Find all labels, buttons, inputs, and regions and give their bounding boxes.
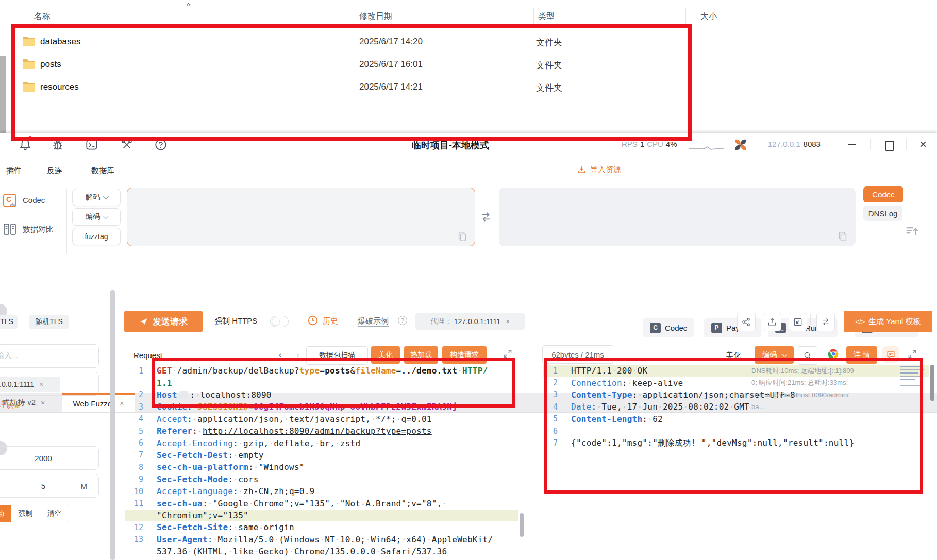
- share-button[interactable]: [737, 313, 756, 331]
- segment-clear[interactable]: 清空: [40, 505, 69, 522]
- proxy-input[interactable]: 127.0.0.1:1111 ×: [0, 372, 99, 396]
- swap-icon: [821, 317, 831, 327]
- response-timing-overlay: DNS耗时:10ms; 远端地址:[::1]:8090; 响应时间:21ms; …: [751, 365, 906, 413]
- response-search-button[interactable]: [798, 346, 817, 365]
- folder-icon: [23, 81, 36, 94]
- fuzztag-button[interactable]: fuzztag: [72, 228, 121, 245]
- blast-help-icon[interactable]: ?: [398, 316, 407, 325]
- column-header-name[interactable]: 名称: [34, 11, 51, 22]
- build-request-button[interactable]: 构造请求: [442, 346, 487, 364]
- segment-auto[interactable]: 自动: [0, 505, 11, 522]
- codec-shortcut-icon: C </>: [3, 194, 16, 207]
- file-row[interactable]: posts 2025/6/17 16:01 文件夹: [0, 56, 937, 74]
- host-value: 127.0.0.1: [768, 140, 800, 148]
- response-editor[interactable]: 1HTTP/1.1·200·OK2Connection:·keep-alive3…: [542, 365, 937, 560]
- codec-mode-button[interactable]: Codec: [863, 186, 903, 202]
- segment-force[interactable]: 强制: [11, 505, 40, 522]
- response-scrollbar[interactable]: [930, 365, 934, 401]
- copy-icon[interactable]: [837, 231, 848, 244]
- encode-button[interactable]: 编码: [72, 208, 121, 226]
- hot-reload-button[interactable]: 热加载: [404, 346, 438, 364]
- file-type: 文件夹: [536, 59, 562, 71]
- copy-icon[interactable]: [457, 231, 468, 244]
- swap-io-icon[interactable]: [479, 210, 493, 226]
- close-icon[interactable]: ×: [506, 317, 510, 326]
- proxy-auth-link[interactable]: 配置代理认证: [0, 400, 22, 410]
- bug-icon[interactable]: [51, 138, 64, 154]
- chevron-down-icon: [103, 194, 109, 199]
- close-icon[interactable]: ×: [39, 380, 43, 388]
- segment-force-label: 强制: [19, 509, 33, 518]
- packet-scan-button[interactable]: 数据包扫描: [306, 346, 368, 365]
- nav-back-icon[interactable]: ‹: [279, 350, 282, 360]
- codec-input-area[interactable]: [127, 188, 475, 246]
- size-limit-input[interactable]: 5 M: [0, 474, 99, 498]
- response-line: 4Date:·Tue,·17·Jun·2025·08:02:02·GMT: [542, 401, 749, 413]
- history-clock-icon[interactable]: [307, 315, 319, 328]
- history-link[interactable]: 历史: [323, 316, 338, 326]
- search-icon: [803, 351, 812, 360]
- host-input[interactable]: 输入...: [0, 344, 99, 368]
- sidebar-scrollbar[interactable]: [110, 290, 115, 560]
- blast-example-link[interactable]: 爆破示例: [358, 316, 389, 327]
- file-name: databases: [40, 37, 80, 47]
- file-row[interactable]: databases 2025/6/17 14:20 文件夹: [0, 33, 937, 52]
- title-bar: 临时项目-本地模式 RPS 1 CPU 4% 127.0.0.1 8083: [0, 133, 937, 157]
- menu-item-plugins[interactable]: 插件: [6, 166, 22, 176]
- response-fullscreen-icon[interactable]: [907, 349, 917, 361]
- maximize-button[interactable]: [885, 141, 894, 151]
- response-beautify-button[interactable]: 美化: [726, 351, 741, 361]
- import-resource-button[interactable]: 导入资源: [577, 165, 621, 175]
- request-editor[interactable]: 1GET·/admin/backup/delBackup?type=posts&…: [124, 365, 526, 560]
- response-detail-label: 详 情: [854, 350, 870, 360]
- random-tls-button[interactable]: 随机TLS: [29, 315, 69, 329]
- gm-tls-button[interactable]: 国密TLS: [0, 315, 18, 329]
- comment-button[interactable]: [882, 346, 899, 363]
- column-header-type[interactable]: 类型: [538, 11, 555, 22]
- decode-button[interactable]: 解码: [72, 189, 121, 206]
- request-line: 1.1: [124, 377, 172, 388]
- terminal-icon[interactable]: [85, 138, 98, 154]
- tools-icon[interactable]: [120, 138, 133, 154]
- request-scrollbar[interactable]: [520, 513, 524, 537]
- file-row[interactable]: resources 2025/6/17 14:21 文件夹: [0, 78, 937, 97]
- minimize-button[interactable]: [848, 144, 856, 145]
- file-type: 文件夹: [536, 82, 562, 94]
- close-button[interactable]: ×: [919, 137, 927, 151]
- column-header-date[interactable]: 修改日期: [359, 11, 392, 22]
- import-button[interactable]: [789, 313, 807, 331]
- response-encode-button[interactable]: 编码: [755, 346, 794, 364]
- response-line: 7{"code":1,"msg":"删除成功! ","devMsg":null,…: [542, 437, 854, 449]
- beautify-button[interactable]: 美化: [371, 346, 400, 364]
- generate-yaml-button[interactable]: </> 生成 Yaml 模板: [844, 311, 932, 332]
- menu-item-database[interactable]: 数据库: [91, 166, 114, 176]
- column-header-size[interactable]: 大小: [700, 11, 717, 22]
- proxy-tag[interactable]: 127.0.0.1:1111 ×: [0, 377, 60, 392]
- notification-bell-icon[interactable]: [19, 138, 32, 154]
- request-panel-title: Request: [133, 351, 162, 360]
- response-detail-button[interactable]: 详 情: [846, 346, 877, 364]
- sort-caret-icon[interactable]: ^: [187, 1, 190, 10]
- dnslog-mode-button[interactable]: DNSLog: [863, 206, 902, 221]
- fuzzer-sidebar: 国密TLS 随机TLS 输入... 127.0.0.1:1111 × 配置代理认…: [0, 280, 119, 560]
- codec-app-button[interactable]: C Codec: [643, 318, 694, 337]
- codec-output-area[interactable]: [499, 188, 856, 246]
- cpu-sparkline: [689, 144, 724, 151]
- yakit-pinwheel-icon[interactable]: [733, 137, 748, 155]
- menu-item-reverse[interactable]: 反连: [47, 166, 62, 176]
- chrome-icon[interactable]: [828, 348, 839, 362]
- sort-asc-icon[interactable]: [904, 224, 921, 241]
- swap-button[interactable]: [816, 313, 835, 331]
- timeout-input[interactable]: 2000: [0, 446, 99, 470]
- force-https-toggle[interactable]: [270, 316, 289, 327]
- folder-icon: [23, 59, 36, 72]
- help-icon[interactable]: [154, 138, 168, 154]
- import-box-icon: [793, 317, 803, 327]
- nav-forward-icon[interactable]: ›: [296, 350, 299, 360]
- fullscreen-icon[interactable]: [503, 349, 513, 361]
- send-request-button[interactable]: 发送请求: [124, 311, 203, 332]
- encode-label: 编码: [86, 212, 100, 222]
- request-line: 13User-Agent:·Mozilla/5.0·(Windows·NT·10…: [124, 534, 493, 546]
- export-button[interactable]: [763, 313, 781, 331]
- import-resource-label: 导入资源: [590, 165, 621, 175]
